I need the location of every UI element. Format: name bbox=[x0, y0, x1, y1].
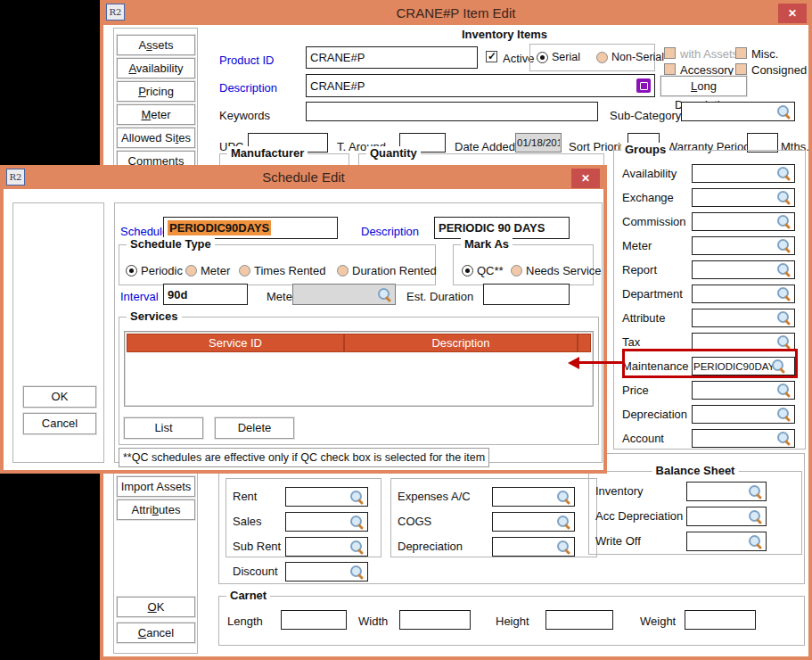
consigned-checkbox[interactable] bbox=[735, 63, 747, 75]
sidebar-item-assets[interactable]: Assets bbox=[117, 35, 195, 55]
length-field[interactable] bbox=[281, 610, 347, 630]
est-duration-label: Est. Duration bbox=[406, 290, 473, 303]
group-field-report[interactable] bbox=[692, 260, 795, 279]
acc-depreciation-field[interactable] bbox=[686, 507, 767, 526]
dialog-cancel-button[interactable]: Cancel bbox=[23, 413, 96, 434]
long-description-button[interactable]: Long Description bbox=[660, 76, 747, 96]
search-icon[interactable] bbox=[776, 191, 791, 204]
needs-service-radio[interactable] bbox=[511, 265, 522, 276]
search-icon[interactable] bbox=[776, 335, 791, 349]
group-field-availability[interactable] bbox=[692, 164, 795, 183]
product-id-field[interactable]: CRANE#P bbox=[306, 46, 478, 69]
cancel-button[interactable]: Cancel bbox=[117, 623, 195, 643]
dialog-description-field[interactable]: PERIODIC 90 DAYS bbox=[434, 217, 570, 239]
misc-checkbox[interactable] bbox=[735, 47, 747, 59]
search-icon[interactable] bbox=[748, 510, 762, 524]
dialog-ok-button[interactable]: OK bbox=[23, 386, 96, 408]
group-field-commission[interactable] bbox=[692, 212, 795, 231]
non-serial-radio[interactable] bbox=[596, 52, 608, 63]
interval-field[interactable]: 90d bbox=[163, 284, 248, 305]
serial-radio-group: Serial Non-Serial bbox=[529, 44, 655, 71]
discount-field[interactable] bbox=[285, 562, 368, 582]
search-icon[interactable] bbox=[349, 565, 364, 579]
description-field[interactable]: CRANE#P bbox=[306, 74, 655, 97]
periodic-radio[interactable] bbox=[126, 265, 137, 276]
attributes-button[interactable]: Attributes bbox=[117, 499, 195, 520]
qc-radio[interactable] bbox=[462, 265, 473, 276]
depreciation-field[interactable] bbox=[492, 537, 575, 557]
height-label: Height bbox=[496, 615, 529, 628]
search-icon[interactable] bbox=[349, 491, 364, 504]
search-icon[interactable] bbox=[349, 540, 364, 554]
import-assets-button[interactable]: Import Assets bbox=[117, 476, 195, 497]
duration-rented-radio[interactable] bbox=[337, 265, 349, 276]
width-field[interactable] bbox=[399, 610, 471, 630]
item-edit-titlebar[interactable]: R2 CRANE#P Item Edit ✕ bbox=[100, 0, 812, 25]
group-field-depreciation[interactable] bbox=[692, 405, 795, 424]
cogs-field[interactable] bbox=[492, 512, 575, 532]
meter-radio[interactable] bbox=[185, 265, 197, 276]
height-field[interactable] bbox=[545, 610, 613, 630]
search-icon[interactable] bbox=[776, 263, 791, 276]
est-duration-field[interactable] bbox=[483, 284, 570, 305]
description-expand-icon[interactable] bbox=[636, 78, 651, 93]
search-icon[interactable] bbox=[776, 167, 791, 180]
search-icon[interactable] bbox=[776, 384, 791, 397]
serial-radio[interactable] bbox=[537, 52, 548, 63]
services-table[interactable]: Service ID Description bbox=[124, 331, 594, 407]
sub-category-field[interactable] bbox=[681, 102, 795, 121]
inventory-label: Inventory bbox=[595, 484, 643, 498]
search-icon[interactable] bbox=[556, 516, 570, 529]
group-field-account[interactable] bbox=[692, 429, 795, 448]
search-icon[interactable] bbox=[748, 485, 762, 499]
schedule-edit-titlebar[interactable]: R2 Schedule Edit ✕ bbox=[0, 165, 607, 189]
keywords-field[interactable] bbox=[306, 102, 598, 121]
write-off-label: Write Off bbox=[595, 534, 641, 548]
expenses-ac-field[interactable] bbox=[492, 487, 575, 507]
group-label-depreciation: Depreciation bbox=[622, 408, 687, 421]
delete-button[interactable]: Delete bbox=[215, 417, 294, 439]
search-icon[interactable] bbox=[776, 215, 791, 228]
with-assets-checkbox[interactable] bbox=[664, 47, 676, 59]
service-id-column-header[interactable]: Service ID bbox=[127, 334, 344, 352]
group-field-exchange[interactable] bbox=[692, 188, 795, 207]
search-icon[interactable] bbox=[556, 491, 570, 504]
with-assets-label: with Assets bbox=[680, 47, 738, 61]
ok-button[interactable]: OK bbox=[117, 597, 195, 617]
schedule-id-field[interactable]: PERIODIC90DAYS bbox=[163, 217, 338, 239]
close-icon[interactable]: ✕ bbox=[571, 169, 600, 188]
inventory-field[interactable] bbox=[686, 482, 767, 501]
sidebar-item-meter[interactable]: Meter bbox=[117, 104, 195, 125]
serial-label: Serial bbox=[552, 51, 580, 63]
group-field-price[interactable] bbox=[692, 381, 795, 400]
sidebar-item-availability[interactable]: Availability bbox=[117, 58, 195, 78]
group-field-meter[interactable] bbox=[692, 236, 795, 255]
sidebar-item-allowed-sites[interactable]: Allowed Sites bbox=[117, 128, 195, 148]
close-icon[interactable]: ✕ bbox=[778, 4, 807, 23]
times-rented-radio[interactable] bbox=[239, 265, 250, 276]
sales-field[interactable] bbox=[285, 512, 368, 532]
search-icon[interactable] bbox=[776, 311, 791, 325]
write-off-field[interactable] bbox=[686, 532, 767, 551]
search-icon[interactable] bbox=[748, 535, 762, 549]
search-icon[interactable] bbox=[776, 287, 791, 301]
group-label-department: Department bbox=[622, 287, 683, 301]
group-label-account: Account bbox=[622, 432, 664, 445]
group-field-attribute[interactable] bbox=[692, 309, 795, 327]
group-field-department[interactable] bbox=[692, 285, 795, 303]
weight-field[interactable] bbox=[685, 610, 756, 630]
accessory-checkbox[interactable] bbox=[664, 63, 676, 75]
sidebar-item-pricing[interactable]: Pricing bbox=[117, 81, 195, 102]
search-icon[interactable] bbox=[556, 540, 570, 554]
search-icon[interactable] bbox=[349, 516, 364, 529]
rent-field[interactable] bbox=[285, 487, 368, 507]
search-icon[interactable] bbox=[776, 432, 791, 445]
search-icon[interactable] bbox=[776, 239, 791, 252]
sub-rent-field[interactable] bbox=[285, 537, 368, 557]
search-icon[interactable] bbox=[776, 105, 791, 119]
list-button[interactable]: List bbox=[124, 417, 203, 439]
active-checkbox[interactable] bbox=[486, 51, 497, 62]
non-serial-label: Non-Serial bbox=[611, 51, 664, 63]
description-column-header[interactable]: Description bbox=[344, 334, 578, 352]
search-icon[interactable] bbox=[776, 408, 791, 421]
